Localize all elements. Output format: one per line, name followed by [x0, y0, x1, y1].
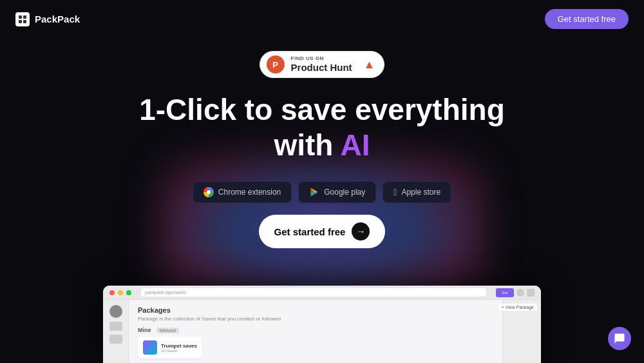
titlebar-expand-dot	[126, 290, 131, 295]
apple-icon: 	[393, 187, 397, 197]
titlebar-close-dot	[109, 290, 115, 295]
app-right-panel: + View Package	[502, 300, 541, 363]
sidebar-icon-1	[109, 305, 122, 318]
svg-rect-0	[19, 15, 22, 19]
hero-section: P FIND US ON Product Hunt ▲ 1-Click to s…	[0, 38, 644, 268]
app-sidebar	[103, 300, 129, 363]
ph-arrow-icon: ▲	[364, 58, 375, 72]
packages-title: Packages	[138, 306, 493, 314]
card-image	[143, 340, 157, 355]
titlebar-actions: Ext	[496, 288, 535, 297]
svg-rect-1	[23, 15, 26, 19]
chat-icon-button[interactable]	[608, 327, 631, 350]
platform-buttons: Chrome extension Google play  Apple sto…	[193, 181, 451, 203]
ph-logo-icon: P	[267, 55, 285, 74]
cta-arrow-icon: →	[352, 222, 370, 240]
packages-subtitle: Package is the collection of Saves that …	[138, 316, 493, 322]
titlebar-minimize-dot	[118, 290, 123, 295]
navbar: PackPack Get started free	[0, 0, 644, 38]
app-main-content: Packages Package is the collection of Sa…	[129, 300, 502, 363]
app-screenshot: packpack.app/saved Ext Packages Package …	[103, 286, 541, 363]
ph-find-us-label: FIND US ON	[291, 55, 352, 62]
google-play-button[interactable]: Google play	[298, 181, 376, 203]
mine-label: Mine	[138, 327, 151, 333]
titlebar-menu	[527, 289, 535, 297]
app-content: Packages Package is the collection of Sa…	[103, 300, 541, 363]
gplay-icon	[309, 187, 319, 197]
packages-row-mine: Mine followed	[138, 327, 493, 333]
logo-text: PackPack	[35, 14, 80, 25]
chrome-extension-button[interactable]: Chrome extension	[193, 181, 292, 203]
sidebar-icon-3	[109, 335, 122, 344]
app-titlebar: packpack.app/saved Ext	[103, 286, 541, 300]
trumpet-saves-card[interactable]: Trumpet saves 12 Saves	[138, 337, 202, 358]
logo-icon	[15, 12, 30, 26]
svg-rect-2	[19, 20, 22, 23]
product-hunt-badge[interactable]: P FIND US ON Product Hunt ▲	[260, 51, 385, 78]
extension-badge: Ext	[496, 288, 514, 297]
ph-badge-text: FIND US ON Product Hunt	[291, 55, 352, 74]
hero-headline: 1-Click to save everything with AI	[139, 92, 505, 163]
ph-name-label: Product Hunt	[291, 62, 352, 74]
ai-highlight: AI	[341, 128, 370, 162]
nav-cta-button[interactable]: Get started free	[545, 9, 629, 29]
hero-cta-button[interactable]: Get started free →	[259, 215, 386, 248]
card-title: Trumpet saves	[161, 343, 197, 349]
card-info: Trumpet saves 12 Saves	[161, 343, 197, 353]
view-package-button[interactable]: + View Package	[498, 304, 537, 311]
sidebar-icon-2	[109, 322, 122, 331]
titlebar-avatar	[516, 289, 524, 297]
chrome-icon	[204, 187, 214, 197]
titlebar-url-bar: packpack.app/saved	[141, 288, 486, 297]
followed-tag: followed	[156, 328, 180, 333]
apple-store-button[interactable]:  Apple store	[383, 181, 451, 203]
logo-area: PackPack	[15, 12, 80, 26]
svg-rect-3	[23, 20, 26, 23]
url-text: packpack.app/saved	[145, 290, 186, 295]
card-subtitle: 12 Saves	[161, 349, 197, 353]
